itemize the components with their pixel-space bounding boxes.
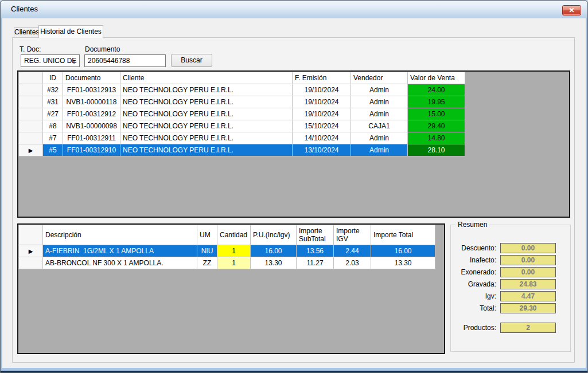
cell-id[interactable]: #7 — [43, 132, 63, 144]
cell-pu[interactable]: 13.30 — [251, 257, 297, 269]
tdoc-dropdown-value: REG. UNICO DE — [24, 57, 76, 65]
buscar-button[interactable]: Buscar — [171, 54, 212, 67]
cell-vendedor[interactable]: Admin — [351, 144, 408, 156]
row-header-corner[interactable] — [19, 225, 43, 245]
cell-cliente[interactable]: NEO TECHNOLOGY PERU E.I.R.L. — [120, 108, 293, 120]
column-header-pu[interactable]: P.U.(Inc/igv) — [251, 225, 297, 245]
column-header-total[interactable]: Importe Total — [371, 225, 435, 245]
detail-row[interactable]: AB-BRONCOL NF 300 X 1 AMPOLLA.ZZ113.3011… — [19, 257, 435, 269]
cell-vendedor[interactable]: Admin — [351, 108, 408, 120]
cell-um[interactable]: NIU — [197, 245, 217, 257]
cell-cantidad[interactable]: 1 — [217, 257, 251, 269]
cell-vendedor[interactable]: CAJA1 — [351, 120, 408, 132]
cell-fecha[interactable]: 13/10/2024 — [293, 144, 351, 156]
cell-documento[interactable]: FF01-00312912 — [63, 108, 120, 120]
history-row[interactable]: #32FF01-00312913NEO TECHNOLOGY PERU E.I.… — [19, 84, 465, 96]
titlebar[interactable]: Clientes ✕ — [1, 1, 587, 18]
row-header-cell[interactable] — [19, 257, 43, 269]
column-header-cantidad[interactable]: Cantidad — [217, 225, 251, 245]
cell-igv[interactable]: 2.44 — [334, 245, 371, 257]
cell-fecha[interactable]: 14/10/2024 — [293, 132, 351, 144]
cell-igv[interactable]: 2.03 — [334, 257, 371, 269]
column-header-descripcion[interactable]: Descripción — [43, 225, 197, 245]
cell-um[interactable]: ZZ — [197, 257, 217, 269]
resumen-groupbox: Resumen Descuento:0.00Inafecto:0.00Exone… — [450, 225, 571, 352]
column-header-fecha[interactable]: F. Emisión — [293, 72, 351, 84]
column-header-vendedor[interactable]: Vendedor — [351, 72, 408, 84]
history-row[interactable]: #27FF01-00312912NEO TECHNOLOGY PERU E.I.… — [19, 108, 465, 120]
cell-descripcion[interactable]: A-FIEBRIN 1G/2ML X 1 AMPOLLA — [43, 245, 197, 257]
cell-cliente[interactable]: NEO TECHNOLOGY PERU E.I.R.L. — [120, 144, 293, 156]
cell-cantidad[interactable]: 1 — [217, 245, 251, 257]
close-icon: ✕ — [568, 6, 574, 14]
cell-documento[interactable]: NVB1-00000098 — [63, 120, 120, 132]
resumen-field-row: Inafecto:0.00 — [451, 255, 570, 265]
productos-row: Productos: 2 — [451, 323, 570, 335]
cell-documento[interactable]: FF01-00312913 — [63, 84, 120, 96]
detail-grid[interactable]: DescripciónUMCantidadP.U.(Inc/igv)Import… — [17, 223, 445, 354]
history-row[interactable]: #31NVB1-00000118NEO TECHNOLOGY PERU E.I.… — [19, 96, 465, 108]
resumen-field-label: Inafecto: — [451, 256, 500, 264]
cell-valor[interactable]: 19.95 — [408, 96, 465, 108]
cell-id[interactable]: #8 — [43, 120, 63, 132]
cell-vendedor[interactable]: Admin — [351, 84, 408, 96]
history-grid[interactable]: IDDocumentoClienteF. EmisiónVendedorValo… — [17, 70, 570, 218]
cell-id[interactable]: #32 — [43, 84, 63, 96]
column-header-documento[interactable]: Documento — [63, 72, 120, 84]
column-header-igv[interactable]: Importe IGV — [334, 225, 371, 245]
cell-valor[interactable]: 29.40 — [408, 120, 465, 132]
cell-cliente[interactable]: NEO TECHNOLOGY PERU E.I.R.L. — [120, 132, 293, 144]
close-button[interactable]: ✕ — [562, 5, 581, 15]
row-header-cell[interactable] — [19, 132, 43, 144]
history-row[interactable]: #7FF01-00312911NEO TECHNOLOGY PERU E.I.R… — [19, 132, 465, 144]
cell-fecha[interactable]: 19/10/2024 — [293, 84, 351, 96]
tab-clientes[interactable]: Clientes — [14, 28, 39, 37]
cell-valor[interactable]: 14.80 — [408, 132, 465, 144]
cell-vendedor[interactable]: Admin — [351, 132, 408, 144]
cell-subtotal[interactable]: 11.27 — [297, 257, 334, 269]
resumen-field-row: Exonerado:0.00 — [451, 267, 570, 277]
cell-vendedor[interactable]: Admin — [351, 96, 408, 108]
cell-cliente[interactable]: NEO TECHNOLOGY PERU E.I.R.L. — [120, 96, 293, 108]
selected-row-arrow-icon: ▶ — [29, 248, 33, 254]
cell-fecha[interactable]: 15/10/2024 — [293, 120, 351, 132]
tab-historial-de-clientes[interactable]: Historial de Clientes — [38, 25, 103, 38]
chevron-down-icon: ∨ — [72, 56, 76, 67]
history-row[interactable]: ▶#5FF01-00312910NEO TECHNOLOGY PERU E.I.… — [19, 144, 465, 156]
documento-input[interactable]: 20605446788 — [84, 54, 166, 67]
row-header-cell[interactable]: ▶ — [19, 245, 43, 257]
cell-descripcion[interactable]: AB-BRONCOL NF 300 X 1 AMPOLLA. — [43, 257, 197, 269]
history-row[interactable]: #8NVB1-00000098NEO TECHNOLOGY PERU E.I.R… — [19, 120, 465, 132]
cell-fecha[interactable]: 19/10/2024 — [293, 108, 351, 120]
detail-row[interactable]: ▶A-FIEBRIN 1G/2ML X 1 AMPOLLANIU116.0013… — [19, 245, 435, 257]
cell-pu[interactable]: 16.00 — [251, 245, 297, 257]
cell-valor[interactable]: 24.00 — [408, 84, 465, 96]
cell-documento[interactable]: FF01-00312911 — [63, 132, 120, 144]
row-header-cell[interactable]: ▶ — [19, 144, 43, 156]
row-header-cell[interactable] — [19, 84, 43, 96]
cell-documento[interactable]: FF01-00312910 — [63, 144, 120, 156]
cell-documento[interactable]: NVB1-00000118 — [63, 96, 120, 108]
row-header-cell[interactable] — [19, 108, 43, 120]
cell-fecha[interactable]: 19/10/2024 — [293, 96, 351, 108]
row-header-cell[interactable] — [19, 120, 43, 132]
column-header-um[interactable]: UM — [197, 225, 217, 245]
cell-id[interactable]: #27 — [43, 108, 63, 120]
row-header-cell[interactable] — [19, 96, 43, 108]
cell-valor[interactable]: 15.00 — [408, 108, 465, 120]
column-header-cliente[interactable]: Cliente — [120, 72, 293, 84]
column-header-valor[interactable]: Valor de Venta — [408, 72, 465, 84]
cell-id[interactable]: #31 — [43, 96, 63, 108]
cell-cliente[interactable]: NEO TECHNOLOGY PERU E.I.R.L. — [120, 84, 293, 96]
row-header-corner[interactable] — [19, 72, 43, 84]
history-table: IDDocumentoClienteF. EmisiónVendedorValo… — [18, 72, 465, 156]
column-header-id[interactable]: ID — [43, 72, 63, 84]
cell-total[interactable]: 13.30 — [371, 257, 435, 269]
cell-id[interactable]: #5 — [43, 144, 63, 156]
column-header-subtotal[interactable]: Importe SubTotal — [297, 225, 334, 245]
cell-cliente[interactable]: NEO TECHNOLOGY PERU E.I.R.L. — [120, 120, 293, 132]
cell-total[interactable]: 16.00 — [371, 245, 435, 257]
cell-subtotal[interactable]: 13.56 — [297, 245, 334, 257]
cell-valor[interactable]: 28.10 — [408, 144, 465, 156]
tdoc-dropdown[interactable]: REG. UNICO DE ∨ — [21, 54, 80, 67]
